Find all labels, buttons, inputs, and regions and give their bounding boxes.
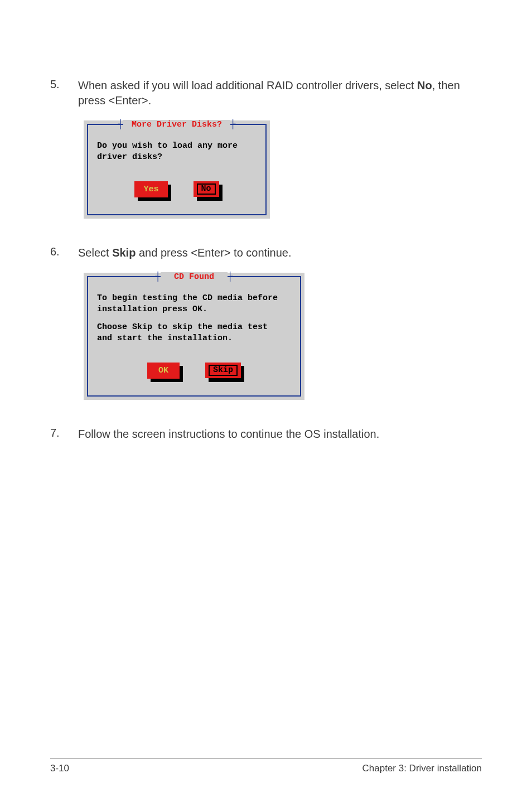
footer-chapter: Chapter 3: Driver installation xyxy=(362,763,482,774)
step-6-pre: Select xyxy=(78,247,112,259)
frame2-tick-right: ├ xyxy=(228,272,233,282)
step-7-number: 7. xyxy=(50,427,78,442)
dialog2-para1: To begin testing the CD media before ins… xyxy=(97,293,291,316)
more-driver-disks-dialog: ┤ More Driver Disks? ├ Do you wish to lo… xyxy=(84,120,482,219)
page-footer: 3-10 Chapter 3: Driver installation xyxy=(50,758,482,774)
dialog1-body: Do you wish to load any more driver disk… xyxy=(97,141,257,163)
step-6-post: and press <Enter> to continue. xyxy=(136,247,291,259)
step-5-number: 5. xyxy=(50,78,78,108)
cd-found-dialog: ┤ CD Found ├ To begin testing the CD med… xyxy=(84,273,482,400)
frame-tick-left: ┤ xyxy=(118,119,123,129)
ok-button[interactable]: OK xyxy=(147,363,180,379)
no-button[interactable]: No xyxy=(194,181,219,197)
ok-button-label: OK xyxy=(147,363,180,379)
dialog2-title: CD Found xyxy=(161,272,228,282)
no-button-label: No xyxy=(197,183,216,195)
step-5: 5. When asked if you will load additiona… xyxy=(50,78,482,108)
yes-button[interactable]: Yes xyxy=(134,181,167,197)
step-7: 7. Follow the screen instructions to con… xyxy=(50,427,482,442)
frame2-tick-left: ┤ xyxy=(155,272,161,282)
footer-page-number: 3-10 xyxy=(50,763,69,774)
step-7-text: Follow the screen instructions to contin… xyxy=(78,427,482,442)
step-5-pre: When asked if you will load additional R… xyxy=(78,79,417,91)
step-6-bold: Skip xyxy=(112,247,136,259)
yes-button-label: Yes xyxy=(134,181,167,197)
step-5-bold: No xyxy=(417,79,432,91)
skip-button[interactable]: Skip xyxy=(205,363,241,379)
skip-button-label: Skip xyxy=(209,365,238,376)
footer-rule xyxy=(50,758,482,758)
frame-tick-right: ├ xyxy=(230,119,236,129)
step-6: 6. Select Skip and press <Enter> to cont… xyxy=(50,245,482,260)
step-6-text: Select Skip and press <Enter> to continu… xyxy=(78,245,482,260)
dialog1-title: More Driver Disks? xyxy=(123,120,230,129)
step-6-number: 6. xyxy=(50,245,78,260)
step-5-text: When asked if you will load additional R… xyxy=(78,78,482,108)
dialog2-para2: Choose Skip to skip the media test and s… xyxy=(97,322,291,345)
